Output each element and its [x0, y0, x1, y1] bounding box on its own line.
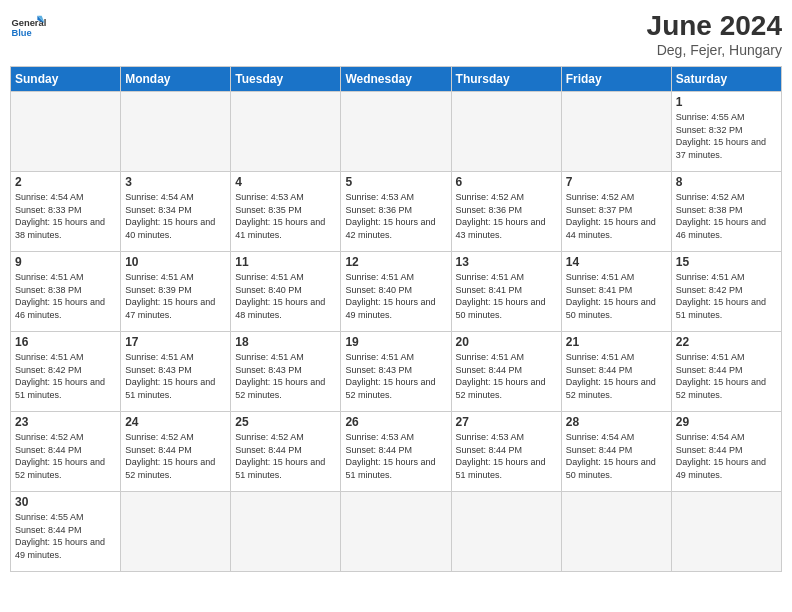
day-number: 12 [345, 255, 446, 269]
table-row: 29Sunrise: 4:54 AMSunset: 8:44 PMDayligh… [671, 412, 781, 492]
day-number: 9 [15, 255, 116, 269]
day-number: 29 [676, 415, 777, 429]
table-row: 20Sunrise: 4:51 AMSunset: 8:44 PMDayligh… [451, 332, 561, 412]
table-row: 1Sunrise: 4:55 AMSunset: 8:32 PMDaylight… [671, 92, 781, 172]
day-number: 27 [456, 415, 557, 429]
day-info: Sunrise: 4:51 AMSunset: 8:43 PMDaylight:… [125, 351, 226, 401]
day-number: 21 [566, 335, 667, 349]
day-number: 23 [15, 415, 116, 429]
day-info: Sunrise: 4:53 AMSunset: 8:36 PMDaylight:… [345, 191, 446, 241]
logo: General Blue [10, 10, 46, 46]
table-row: 22Sunrise: 4:51 AMSunset: 8:44 PMDayligh… [671, 332, 781, 412]
table-row: 16Sunrise: 4:51 AMSunset: 8:42 PMDayligh… [11, 332, 121, 412]
table-row: 11Sunrise: 4:51 AMSunset: 8:40 PMDayligh… [231, 252, 341, 332]
empty-cell [451, 92, 561, 172]
table-row: 21Sunrise: 4:51 AMSunset: 8:44 PMDayligh… [561, 332, 671, 412]
table-row: 27Sunrise: 4:53 AMSunset: 8:44 PMDayligh… [451, 412, 561, 492]
svg-text:Blue: Blue [11, 28, 31, 38]
day-info: Sunrise: 4:53 AMSunset: 8:35 PMDaylight:… [235, 191, 336, 241]
day-info: Sunrise: 4:51 AMSunset: 8:40 PMDaylight:… [235, 271, 336, 321]
day-number: 18 [235, 335, 336, 349]
empty-cell [11, 92, 121, 172]
header-tuesday: Tuesday [231, 67, 341, 92]
table-row: 14Sunrise: 4:51 AMSunset: 8:41 PMDayligh… [561, 252, 671, 332]
day-info: Sunrise: 4:51 AMSunset: 8:44 PMDaylight:… [566, 351, 667, 401]
empty-cell [671, 492, 781, 572]
table-row: 2Sunrise: 4:54 AMSunset: 8:33 PMDaylight… [11, 172, 121, 252]
day-info: Sunrise: 4:51 AMSunset: 8:43 PMDaylight:… [235, 351, 336, 401]
day-info: Sunrise: 4:51 AMSunset: 8:41 PMDaylight:… [456, 271, 557, 321]
day-info: Sunrise: 4:51 AMSunset: 8:38 PMDaylight:… [15, 271, 116, 321]
day-number: 1 [676, 95, 777, 109]
table-row: 10Sunrise: 4:51 AMSunset: 8:39 PMDayligh… [121, 252, 231, 332]
day-number: 11 [235, 255, 336, 269]
day-info: Sunrise: 4:52 AMSunset: 8:44 PMDaylight:… [15, 431, 116, 481]
day-info: Sunrise: 4:51 AMSunset: 8:44 PMDaylight:… [456, 351, 557, 401]
day-number: 25 [235, 415, 336, 429]
empty-cell [121, 492, 231, 572]
table-row: 4Sunrise: 4:53 AMSunset: 8:35 PMDaylight… [231, 172, 341, 252]
day-info: Sunrise: 4:54 AMSunset: 8:44 PMDaylight:… [566, 431, 667, 481]
table-row: 3Sunrise: 4:54 AMSunset: 8:34 PMDaylight… [121, 172, 231, 252]
header-wednesday: Wednesday [341, 67, 451, 92]
empty-cell [561, 92, 671, 172]
table-row: 17Sunrise: 4:51 AMSunset: 8:43 PMDayligh… [121, 332, 231, 412]
day-info: Sunrise: 4:52 AMSunset: 8:37 PMDaylight:… [566, 191, 667, 241]
empty-cell [561, 492, 671, 572]
day-info: Sunrise: 4:53 AMSunset: 8:44 PMDaylight:… [345, 431, 446, 481]
day-info: Sunrise: 4:51 AMSunset: 8:42 PMDaylight:… [15, 351, 116, 401]
table-row: 7Sunrise: 4:52 AMSunset: 8:37 PMDaylight… [561, 172, 671, 252]
empty-cell [451, 492, 561, 572]
table-row: 24Sunrise: 4:52 AMSunset: 8:44 PMDayligh… [121, 412, 231, 492]
day-number: 5 [345, 175, 446, 189]
day-number: 26 [345, 415, 446, 429]
header: General Blue June 2024 Deg, Fejer, Hunga… [10, 10, 782, 58]
day-number: 30 [15, 495, 116, 509]
day-info: Sunrise: 4:51 AMSunset: 8:39 PMDaylight:… [125, 271, 226, 321]
calendar-week-row: 16Sunrise: 4:51 AMSunset: 8:42 PMDayligh… [11, 332, 782, 412]
page-title: June 2024 [647, 10, 782, 42]
day-number: 13 [456, 255, 557, 269]
calendar-week-row: 9Sunrise: 4:51 AMSunset: 8:38 PMDaylight… [11, 252, 782, 332]
day-number: 19 [345, 335, 446, 349]
empty-cell [231, 92, 341, 172]
day-info: Sunrise: 4:54 AMSunset: 8:34 PMDaylight:… [125, 191, 226, 241]
table-row: 23Sunrise: 4:52 AMSunset: 8:44 PMDayligh… [11, 412, 121, 492]
table-row: 15Sunrise: 4:51 AMSunset: 8:42 PMDayligh… [671, 252, 781, 332]
header-sunday: Sunday [11, 67, 121, 92]
day-number: 7 [566, 175, 667, 189]
day-info: Sunrise: 4:54 AMSunset: 8:44 PMDaylight:… [676, 431, 777, 481]
calendar-week-row: 2Sunrise: 4:54 AMSunset: 8:33 PMDaylight… [11, 172, 782, 252]
header-thursday: Thursday [451, 67, 561, 92]
day-number: 3 [125, 175, 226, 189]
table-row: 19Sunrise: 4:51 AMSunset: 8:43 PMDayligh… [341, 332, 451, 412]
day-number: 22 [676, 335, 777, 349]
logo-icon: General Blue [10, 10, 46, 46]
title-area: June 2024 Deg, Fejer, Hungary [647, 10, 782, 58]
table-row: 5Sunrise: 4:53 AMSunset: 8:36 PMDaylight… [341, 172, 451, 252]
day-info: Sunrise: 4:55 AMSunset: 8:44 PMDaylight:… [15, 511, 116, 561]
day-number: 16 [15, 335, 116, 349]
table-row: 25Sunrise: 4:52 AMSunset: 8:44 PMDayligh… [231, 412, 341, 492]
day-info: Sunrise: 4:51 AMSunset: 8:43 PMDaylight:… [345, 351, 446, 401]
calendar-week-row: 1Sunrise: 4:55 AMSunset: 8:32 PMDaylight… [11, 92, 782, 172]
day-number: 20 [456, 335, 557, 349]
table-row: 12Sunrise: 4:51 AMSunset: 8:40 PMDayligh… [341, 252, 451, 332]
table-row: 9Sunrise: 4:51 AMSunset: 8:38 PMDaylight… [11, 252, 121, 332]
day-info: Sunrise: 4:52 AMSunset: 8:44 PMDaylight:… [235, 431, 336, 481]
empty-cell [341, 92, 451, 172]
header-saturday: Saturday [671, 67, 781, 92]
calendar-week-row: 23Sunrise: 4:52 AMSunset: 8:44 PMDayligh… [11, 412, 782, 492]
header-monday: Monday [121, 67, 231, 92]
day-number: 6 [456, 175, 557, 189]
empty-cell [121, 92, 231, 172]
location-subtitle: Deg, Fejer, Hungary [647, 42, 782, 58]
day-info: Sunrise: 4:52 AMSunset: 8:36 PMDaylight:… [456, 191, 557, 241]
table-row: 8Sunrise: 4:52 AMSunset: 8:38 PMDaylight… [671, 172, 781, 252]
table-row: 6Sunrise: 4:52 AMSunset: 8:36 PMDaylight… [451, 172, 561, 252]
day-number: 10 [125, 255, 226, 269]
day-info: Sunrise: 4:52 AMSunset: 8:44 PMDaylight:… [125, 431, 226, 481]
empty-cell [231, 492, 341, 572]
day-number: 4 [235, 175, 336, 189]
day-info: Sunrise: 4:54 AMSunset: 8:33 PMDaylight:… [15, 191, 116, 241]
